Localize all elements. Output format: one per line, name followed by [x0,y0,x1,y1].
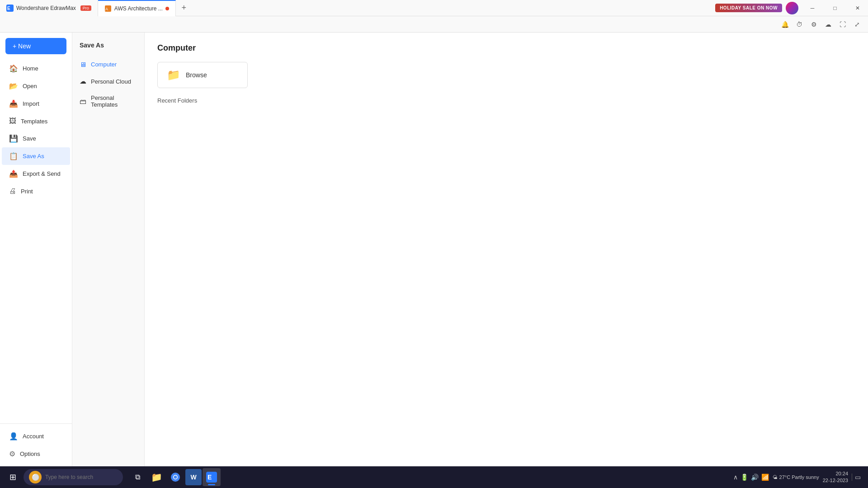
sidebar-item-templates[interactable]: 🖼 Templates [2,113,70,130]
titlebar-left: E Wondershare EdrawMax Pro A AWS Archite… [0,0,192,16]
cloud-icon[interactable]: ☁ [823,19,834,30]
sidebar-label-home: Home [23,65,38,72]
date-display: 22-12-2023 [823,477,848,484]
network-icon[interactable]: 📶 [761,474,769,481]
minimize-button[interactable]: ─ [802,0,823,16]
content-title: Computer [157,43,855,53]
taskbar-apps: ⧉ 📁 W E [128,468,221,486]
app-tab[interactable]: E Wondershare EdrawMax Pro [0,0,98,16]
chevron-up-icon[interactable]: ∧ [733,474,738,481]
settings-icon[interactable]: ⚙ [808,19,819,30]
svg-text:E: E [208,474,212,481]
timer-icon[interactable]: ⏱ [794,19,805,30]
titlebar: E Wondershare EdrawMax Pro A AWS Archite… [0,0,868,16]
sidebar-label-print: Print [21,188,33,195]
titlebar-right: HOLIDAY SALE ON NOW ─ □ ✕ [715,0,868,16]
mid-option-computer[interactable]: 🖥 Computer [72,56,144,73]
share-icon[interactable]: ⛶ [837,19,848,30]
sidebar-label-import: Import [23,100,39,107]
sidebar-label-account: Account [23,433,44,440]
sidebar-item-home[interactable]: 🏠 Home [2,60,70,77]
unsaved-dot [165,7,169,10]
taskbar: ⊞ ⚪ ⧉ 📁 W E ∧ 🔋 🔊 📶 🌤 27°C [0,466,868,488]
show-desktop-icon[interactable]: ▭ [852,474,861,481]
sidebar-label-templates: Templates [21,118,47,125]
start-button[interactable]: ⊞ [4,468,22,486]
doc-tab-label: AWS Architecture ... [114,5,163,12]
content-area: Computer 📁 Browse Recent Folders [145,33,868,466]
mid-panel-title: Save As [72,42,144,56]
maximize-button[interactable]: □ [825,0,845,16]
mid-option-personal-templates[interactable]: 🗃 Personal Templates [72,90,144,113]
svg-point-6 [174,476,177,479]
sidebar-item-save-as[interactable]: 📋 Save As [2,147,70,165]
avatar[interactable] [786,2,798,14]
weather-label: 27°C Partly sunny [779,474,819,480]
taskbar-right: ∧ 🔋 🔊 📶 🌤 27°C Partly sunny 20:24 22-12-… [733,470,864,484]
new-button[interactable]: + New [5,38,66,54]
save-as-icon: 📋 [9,152,18,160]
app-tab-label: Wondershare EdrawMax [16,5,76,11]
doc-tab-icon: A [104,5,112,12]
templates-icon: 🖼 [9,117,16,125]
time-display: 20:24 [823,470,848,477]
notifications-icon[interactable]: 🔔 [779,19,790,30]
holiday-sale-button[interactable]: HOLIDAY SALE ON NOW [715,4,782,12]
taskbar-search-box[interactable]: ⚪ [24,469,123,485]
sidebar-item-print[interactable]: 🖨 Print [2,183,70,200]
browse-card[interactable]: 📁 Browse [157,62,248,88]
personal-templates-icon: 🗃 [80,98,86,105]
taskbar-word[interactable]: W [185,469,202,485]
import-icon: 📥 [9,99,18,108]
volume-icon[interactable]: 🔊 [751,474,759,481]
battery-icon: 🔋 [741,474,748,481]
export-icon: 📤 [9,169,18,178]
sidebar-label-save-as: Save As [23,153,44,160]
sidebar-item-account[interactable]: 👤 Account [2,427,70,445]
print-icon: 🖨 [9,187,16,195]
taskbar-task-view[interactable]: ⧉ [128,468,146,486]
folder-icon: 📁 [167,69,180,81]
sidebar-label-export: Export & Send [23,170,61,177]
clock[interactable]: 20:24 22-12-2023 [823,470,848,484]
cortana-icon[interactable]: ⚪ [29,471,42,483]
options-icon: ⚙ [9,450,15,458]
taskbar-edraw[interactable]: E [203,468,221,486]
pro-badge: Pro [80,5,91,11]
weather-widget[interactable]: 🌤 27°C Partly sunny [773,474,819,480]
weather-icon: 🌤 [773,474,778,480]
doc-tab[interactable]: A AWS Architecture ... [98,0,176,16]
mid-panel: Save As 🖥 Computer ☁ Personal Cloud 🗃 Pe… [72,33,145,466]
taskbar-explorer[interactable]: 📁 [147,468,165,486]
recent-folders-title: Recent Folders [157,97,855,104]
svg-text:A: A [105,7,108,11]
mid-option-label-cloud: Personal Cloud [91,78,131,85]
sidebar: + New 🏠 Home 📂 Open 📥 Import 🖼 Templates… [0,33,72,466]
cloud-option-icon: ☁ [80,77,86,85]
mid-option-label-computer: Computer [91,61,117,68]
add-tab-button[interactable]: + [176,0,192,16]
taskbar-chrome[interactable] [166,468,184,486]
computer-icon: 🖥 [80,61,86,68]
close-button[interactable]: ✕ [847,0,868,16]
sidebar-label-save: Save [23,135,36,142]
sidebar-bottom: 👤 Account ⚙ Options [0,423,72,466]
toolbar: 🔔 ⏱ ⚙ ☁ ⛶ ⤢ [0,16,868,33]
search-input[interactable] [45,474,118,480]
mid-option-personal-cloud[interactable]: ☁ Personal Cloud [72,73,144,90]
sidebar-item-export[interactable]: 📤 Export & Send [2,165,70,183]
svg-text:E: E [7,6,10,11]
sidebar-item-open[interactable]: 📂 Open [2,77,70,95]
sidebar-item-import[interactable]: 📥 Import [2,95,70,113]
sidebar-item-save[interactable]: 💾 Save [2,130,70,147]
open-icon: 📂 [9,82,18,90]
save-icon: 💾 [9,134,18,143]
sidebar-label-options: Options [20,450,40,457]
app-logo-icon: E [6,5,14,12]
main-area: + New 🏠 Home 📂 Open 📥 Import 🖼 Templates… [0,33,868,466]
browse-label: Browse [186,71,207,79]
fullscreen-icon[interactable]: ⤢ [852,19,863,30]
sidebar-item-options[interactable]: ⚙ Options [2,445,70,463]
account-icon: 👤 [9,432,18,441]
home-icon: 🏠 [9,64,18,73]
